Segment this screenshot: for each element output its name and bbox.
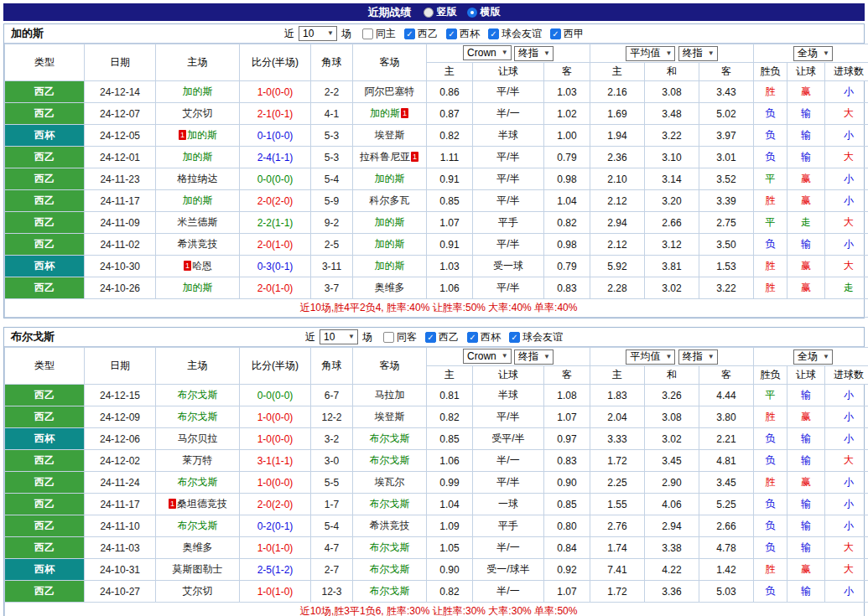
filter-球会友谊[interactable]: ✓球会友谊 (488, 27, 542, 41)
asia-time-select[interactable]: 终指▼ (514, 349, 554, 365)
date-cell: 24-11-09 (85, 212, 156, 234)
corner-cell: 2-5 (311, 234, 353, 256)
scope-select[interactable]: 全场▼ (793, 349, 833, 365)
filter-西杯[interactable]: ✓西杯 (446, 27, 480, 41)
date-cell: 24-11-17 (85, 190, 156, 212)
col-header-home: 主场 (156, 44, 240, 81)
score-cell: 0-0(0-0) (240, 385, 311, 406)
team-name: 布尔戈斯 (178, 520, 218, 531)
filter-同客[interactable]: 同客 (383, 330, 417, 344)
recent-prefix-label: 近 (284, 27, 294, 41)
radio-label: 竖版 (437, 5, 457, 19)
euro-home-odds-cell: 1.74 (590, 537, 645, 559)
handicap-result-cell: 赢 (787, 256, 825, 277)
euro-away-odds-cell: 1.53 (699, 256, 754, 277)
radio-icon[interactable] (467, 8, 477, 18)
asia-handicap-cell: 平/半 (473, 81, 544, 103)
asia-away-odds-cell: 1.07 (544, 406, 590, 428)
euro-draw-odds-cell: 4.22 (645, 559, 699, 581)
euro-away-odds-cell: 3.80 (699, 406, 754, 428)
team-name: 加的斯 (183, 151, 213, 163)
checkbox-icon[interactable] (362, 28, 373, 39)
recent-suffix-label: 场 (362, 330, 372, 344)
view-option-horizontal[interactable]: 横版 (467, 5, 501, 19)
match-row: 西乙24-12-01加的斯2-4(1-1)5-3拉科鲁尼亚11.11平/半0.7… (5, 147, 868, 168)
euro-time-select[interactable]: 终指▼ (678, 349, 718, 365)
asia-home-odds-cell: 1.06 (427, 450, 473, 472)
asia-source-select[interactable]: Crown▼ (463, 45, 512, 60)
radio-icon[interactable] (424, 8, 434, 18)
euro-draw-odds-cell: 3.08 (645, 406, 699, 428)
sub-header-handicap: 让球 (787, 366, 825, 385)
page-title: 近期战绩 (368, 5, 412, 20)
result-cell: 负 (754, 581, 787, 603)
result-cell: 平 (754, 212, 787, 234)
euro-draw-odds-cell: 3.20 (645, 190, 699, 212)
score-cell: 1-0(1-0) (240, 537, 311, 559)
home-team-cell: 布尔戈斯 (156, 515, 240, 537)
chevron-down-icon: ▼ (502, 49, 508, 56)
euro-away-odds-cell: 3.22 (699, 277, 754, 299)
scope-select[interactable]: 全场▼ (793, 46, 833, 61)
sub-header-goals: 进球数 (825, 63, 868, 81)
home-team-cell: 马尔贝拉 (156, 428, 240, 450)
team-name: 埃登斯 (375, 129, 405, 141)
euro-source-select[interactable]: 平均值▼ (626, 349, 675, 365)
handicap-result-cell: 赢 (787, 190, 825, 212)
filter-球会友谊[interactable]: ✓球会友谊 (509, 330, 563, 344)
checkbox-icon[interactable]: ✓ (404, 28, 415, 39)
euro-away-odds-cell: 3.45 (699, 472, 754, 494)
euro-source-select[interactable]: 平均值▼ (626, 46, 675, 61)
league-cell: 西杯 (5, 559, 85, 581)
filter-西杯[interactable]: ✓西杯 (467, 330, 501, 344)
recent-count-select[interactable]: 10 ▼ (320, 329, 358, 344)
checkbox-icon[interactable]: ✓ (425, 332, 436, 343)
euro-home-odds-cell: 2.10 (590, 168, 645, 190)
corner-cell: 5-3 (311, 125, 353, 147)
result-cell: 平 (754, 385, 787, 406)
result-cell: 负 (754, 537, 787, 559)
date-cell: 24-11-23 (85, 168, 156, 190)
corner-cell: 1-7 (311, 494, 353, 515)
match-row: 西乙24-12-02莱万特3-1(1-1)3-0布尔戈斯1.06半/一0.831… (5, 450, 868, 472)
section-team-name: 加的斯 (11, 26, 44, 41)
goals-result-cell: 小 (825, 406, 868, 428)
goals-result-cell: 小 (825, 581, 868, 603)
recent-count-select[interactable]: 10 ▼ (299, 26, 337, 41)
result-cell: 负 (754, 125, 787, 147)
euro-draw-odds-cell: 2.94 (645, 515, 699, 537)
checkbox-icon[interactable]: ✓ (550, 28, 561, 39)
date-cell: 24-12-14 (85, 81, 156, 103)
score-cell: 0-0(0-0) (240, 168, 311, 190)
home-team-cell: 莱万特 (156, 450, 240, 472)
result-cell: 负 (754, 450, 787, 472)
checkbox-icon[interactable]: ✓ (467, 332, 478, 343)
section-team-name: 布尔戈斯 (11, 329, 55, 344)
filter-label: 西杯 (481, 330, 501, 344)
filter-西乙[interactable]: ✓西乙 (404, 27, 438, 41)
filter-西甲[interactable]: ✓西甲 (550, 27, 584, 41)
corner-cell: 5-9 (311, 190, 353, 212)
handicap-result-cell: 输 (787, 103, 825, 125)
checkbox-icon[interactable]: ✓ (488, 28, 499, 39)
filter-bar: 加的斯 近 10 ▼ 场 同主✓西乙✓西杯✓球会友谊✓西甲 (4, 24, 864, 44)
team-name: 布尔戈斯 (370, 563, 410, 575)
euro-time-select[interactable]: 终指▼ (678, 46, 718, 61)
checkbox-icon[interactable]: ✓ (446, 28, 457, 39)
team-name: 布尔戈斯 (178, 389, 218, 401)
chevron-down-icon: ▼ (823, 354, 829, 360)
filter-西乙[interactable]: ✓西乙 (425, 330, 459, 344)
asia-time-select[interactable]: 终指▼ (514, 46, 554, 61)
view-option-vertical[interactable]: 竖版 (424, 5, 457, 19)
team-name: 桑坦德竞技 (177, 498, 227, 510)
match-row: 西杯24-12-051加的斯0-1(0-0)5-3埃登斯0.82半球1.001.… (5, 125, 868, 147)
sub-header-asia-away: 客 (544, 366, 590, 385)
checkbox-icon[interactable] (383, 332, 394, 343)
result-cell: 平 (754, 168, 787, 190)
checkbox-icon[interactable]: ✓ (509, 332, 520, 343)
asia-home-odds-cell: 0.82 (427, 125, 473, 147)
asia-source-select[interactable]: Crown▼ (463, 349, 512, 364)
asia-home-odds-cell: 1.11 (427, 147, 473, 168)
filter-同主[interactable]: 同主 (362, 27, 396, 41)
handicap-result-cell: 输 (787, 147, 825, 168)
